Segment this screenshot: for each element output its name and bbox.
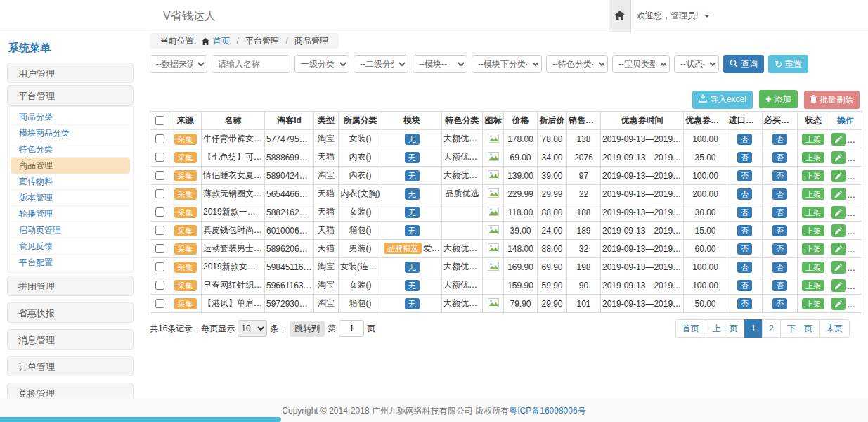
status-badge[interactable]: 上架	[802, 243, 824, 255]
name-cell: 真皮钱包时尚优雅女士...	[202, 222, 265, 240]
sidebar-section-订单管理[interactable]: 订单管理	[7, 356, 134, 376]
page-button-2[interactable]: 2	[762, 319, 781, 338]
sidebar-section-省惠快报[interactable]: 省惠快报	[7, 302, 134, 323]
must-buy-toggle[interactable]: 否	[772, 225, 787, 236]
must-buy-toggle[interactable]: 否	[772, 262, 787, 273]
home-button[interactable]	[609, 0, 631, 32]
sidebar-item-启动页管理[interactable]: 启动页管理	[11, 222, 130, 238]
row-checkbox[interactable]	[155, 134, 164, 143]
status-badge[interactable]: 上架	[802, 188, 824, 200]
edit-button[interactable]	[831, 243, 846, 255]
status-badge[interactable]: 上架	[802, 207, 824, 218]
page-button-上一页[interactable]: 上一页	[706, 319, 745, 338]
row-checkbox[interactable]	[155, 153, 164, 162]
status-badge[interactable]: 上架	[802, 262, 824, 273]
row-checkbox[interactable]	[155, 171, 164, 180]
feature-cell: 大额优惠券	[442, 240, 483, 258]
page-button-末页[interactable]: 末页	[819, 319, 850, 338]
page-button-首页[interactable]: 首页	[675, 319, 706, 338]
search-button[interactable]: 查询	[723, 55, 764, 73]
edit-button[interactable]	[831, 170, 846, 182]
sidebar-item-轮播管理[interactable]: 轮播管理	[11, 206, 130, 222]
filter-select-模块下分类[interactable]: --模块下分类--	[472, 55, 542, 73]
sidebar-section-消息管理[interactable]: 消息管理	[7, 329, 134, 350]
filter-select-宝贝类型[interactable]: --宝贝类型--	[612, 55, 670, 73]
edit-button[interactable]	[831, 151, 846, 164]
import-flag-toggle[interactable]: 否	[737, 152, 752, 163]
page-button-1[interactable]: 1	[744, 319, 763, 338]
edit-button[interactable]	[831, 279, 846, 292]
import-flag-toggle[interactable]: 否	[737, 243, 752, 255]
import-flag-toggle[interactable]: 否	[737, 298, 752, 309]
sidebar-item-特色分类[interactable]: 特色分类	[11, 141, 130, 158]
sidebar-item-模块商品分类[interactable]: 模块商品分类	[11, 125, 130, 141]
import-flag-toggle[interactable]: 否	[737, 262, 752, 273]
page-button-下一页[interactable]: 下一页	[780, 319, 820, 338]
import-flag-toggle[interactable]: 否	[737, 225, 752, 236]
status-badge[interactable]: 上架	[802, 170, 824, 181]
must-buy-toggle[interactable]: 否	[772, 243, 787, 255]
status-badge[interactable]: 上架	[802, 225, 824, 236]
actions-cell	[829, 130, 862, 148]
import-flag-toggle[interactable]: 否	[737, 207, 752, 218]
row-checkbox[interactable]	[155, 189, 164, 198]
add-button[interactable]: + 添加	[759, 90, 797, 108]
select-all-checkbox[interactable]	[155, 116, 164, 125]
row-checkbox[interactable]	[155, 262, 164, 271]
import-flag-toggle[interactable]: 否	[737, 134, 752, 145]
row-checkbox[interactable]	[155, 244, 164, 253]
per-page-select[interactable]: 10	[238, 320, 267, 337]
image-thumbnail-icon	[488, 298, 499, 307]
page-number-input[interactable]	[339, 320, 364, 337]
name-input[interactable]	[212, 55, 290, 73]
column-header-操作: 操作	[829, 112, 862, 130]
row-checkbox[interactable]	[155, 207, 164, 217]
status-badge[interactable]: 上架	[802, 280, 824, 291]
sidebar-item-版本管理[interactable]: 版本管理	[11, 190, 130, 206]
import-excel-button[interactable]: 导入excel	[692, 91, 753, 109]
user-menu[interactable]: 欢迎您，管理员!	[637, 0, 710, 32]
edit-button[interactable]	[831, 224, 846, 237]
filter-select-二级分类[interactable]: --二级分类--	[354, 55, 408, 73]
must-buy-toggle[interactable]: 否	[772, 170, 787, 181]
edit-button[interactable]	[831, 133, 846, 146]
edit-button[interactable]	[831, 298, 846, 310]
batch-delete-button[interactable]: 批量删除	[804, 91, 860, 109]
horizontal-scrollbar-thumb[interactable]	[0, 417, 281, 422]
edit-button[interactable]	[831, 206, 846, 219]
reset-button[interactable]: ↻ 重置	[768, 55, 808, 73]
status-badge[interactable]: 上架	[802, 298, 824, 309]
import-flag-toggle[interactable]: 否	[737, 280, 752, 291]
edit-button[interactable]	[831, 188, 846, 200]
sidebar-item-商品管理[interactable]: 商品管理	[11, 158, 130, 174]
filter-select-一级分类[interactable]: 一级分类	[294, 55, 349, 73]
filter-select-特色分类[interactable]: --特色分类--	[546, 55, 608, 73]
must-buy-toggle[interactable]: 否	[772, 207, 787, 218]
row-checkbox[interactable]	[155, 226, 164, 235]
jump-button[interactable]: 跳转到	[290, 321, 325, 337]
filter-select-模块[interactable]: --模块--	[413, 55, 467, 73]
import-flag-toggle[interactable]: 否	[737, 170, 752, 181]
sidebar-item-意见反馈[interactable]: 意见反馈	[11, 238, 130, 255]
sidebar-item-商品分类[interactable]: 商品分类	[11, 109, 130, 125]
must-buy-toggle[interactable]: 否	[772, 298, 787, 309]
must-buy-toggle[interactable]: 否	[772, 280, 787, 291]
row-checkbox[interactable]	[155, 299, 164, 308]
status-badge[interactable]: 上架	[802, 134, 824, 145]
sidebar-section-平台管理[interactable]: 平台管理	[7, 85, 134, 106]
breadcrumb-home-link[interactable]: 首页	[213, 36, 230, 46]
must-buy-toggle[interactable]: 否	[772, 152, 787, 163]
sidebar-section-用户管理[interactable]: 用户管理	[7, 63, 134, 83]
edit-button[interactable]	[831, 261, 846, 274]
must-buy-toggle[interactable]: 否	[772, 134, 787, 145]
icp-link[interactable]: 粤ICP备16098006号	[509, 406, 585, 416]
filter-select-状态[interactable]: --状态--	[674, 55, 719, 73]
import-flag-toggle[interactable]: 否	[737, 188, 752, 200]
status-badge[interactable]: 上架	[802, 152, 824, 163]
filter-select-数据来源[interactable]: --数据来源--	[150, 55, 207, 73]
row-checkbox[interactable]	[155, 281, 164, 290]
sidebar-item-平台配置[interactable]: 平台配置	[11, 255, 130, 270]
sidebar-item-宣传物料[interactable]: 宣传物料	[11, 174, 130, 190]
sidebar-section-拼团管理[interactable]: 拼团管理	[7, 276, 134, 296]
must-buy-toggle[interactable]: 否	[772, 188, 787, 200]
